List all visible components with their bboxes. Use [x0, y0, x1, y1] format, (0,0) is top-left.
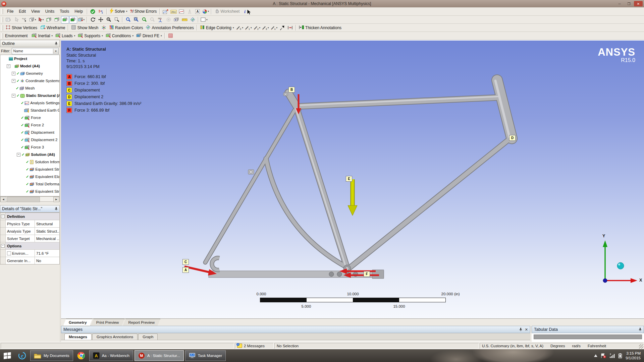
edge-direction-0-icon[interactable]: 0▾ [235, 24, 244, 32]
chevron-down-icon[interactable]: ▾ [208, 10, 209, 13]
chevron-down-icon[interactable]: ▾ [268, 26, 269, 29]
action-center-flag-icon[interactable] [601, 353, 606, 358]
pin-icon[interactable] [639, 327, 642, 331]
edge-coloring-button[interactable]: Edge Coloring▾ [199, 24, 235, 32]
window-titlebar[interactable]: M A : Static Structural - Mechanical [AN… [0, 0, 644, 7]
tree-item-force-2[interactable]: ✓Force 2 [0, 121, 59, 129]
commands-icon[interactable] [166, 32, 174, 40]
tree-item-equivalent-stress[interactable]: ✓Equivalent Stress [0, 166, 59, 173]
tab-geometry[interactable]: Geometry [63, 319, 93, 326]
detail-value[interactable]: No [35, 257, 59, 264]
select-mode-icon[interactable]: ▾ [29, 16, 37, 23]
random-colors-button[interactable]: Random Colors [108, 24, 144, 32]
new-chart-icon[interactable] [161, 8, 169, 15]
tree-item-mesh[interactable]: ✓Mesh [0, 84, 59, 92]
start-button[interactable] [0, 349, 15, 362]
zoom-window-icon[interactable] [132, 16, 140, 23]
tree-item-equivalent-elastic-strain[interactable]: ✓Equivalent Elastic Strain [0, 173, 59, 180]
collapse-icon[interactable]: − [7, 64, 10, 68]
pin-icon[interactable] [55, 207, 58, 211]
chevron-down-icon[interactable]: ▾ [161, 35, 162, 37]
taskbar-button-aa-workbench[interactable]: AAa - Workbench [89, 350, 133, 361]
face-select-icon[interactable] [61, 16, 69, 23]
chrome-icon[interactable] [74, 349, 89, 362]
menu-tools[interactable]: Tools [57, 8, 72, 15]
chevron-down-icon[interactable]: ▾ [102, 35, 103, 37]
tree-item-model-a4[interactable]: −Model (A4) [0, 62, 59, 70]
tree-item-total-deformation[interactable]: ✓Total Deformation [0, 180, 59, 188]
menu-file[interactable]: File [4, 8, 16, 15]
worksheet-button[interactable]: Worksheet [213, 8, 241, 15]
previous-view-icon[interactable] [140, 16, 148, 23]
toolbar-grip[interactable] [1, 33, 3, 39]
rotate-icon[interactable] [89, 16, 97, 23]
taskbar-button-a-static-structur[interactable]: MA : Static Structur... [135, 350, 184, 361]
edge-direction-3-icon[interactable]: 3▾ [261, 24, 270, 32]
chevron-down-icon[interactable]: ▾ [242, 26, 243, 29]
chevron-down-icon[interactable]: ▾ [51, 35, 53, 37]
inertial-button[interactable]: Inertial▾ [30, 32, 54, 40]
chevron-down-icon[interactable]: ▾ [276, 26, 278, 29]
edge-direction-1-icon[interactable]: 1▾ [244, 24, 253, 32]
lasso-select-icon[interactable]: ▾ [37, 16, 45, 23]
expand-icon[interactable]: + [12, 79, 15, 83]
pin-icon[interactable] [519, 327, 522, 331]
chevron-down-icon[interactable]: ▼ [53, 49, 58, 54]
vertex-select-icon[interactable] [45, 16, 53, 23]
tree-item-standard-earth-gravity[interactable]: Standard Earth Gravity [0, 107, 59, 114]
edge-select-icon[interactable] [53, 16, 61, 23]
expand-icon[interactable]: + [12, 72, 15, 75]
annotation-preferences-button[interactable]: Annotation Preferences [144, 24, 195, 32]
annotation-abc-icon[interactable]: Abc [169, 8, 177, 15]
status-messages[interactable]: 2 Messages [235, 343, 274, 349]
remote-solve-icon[interactable] [97, 8, 105, 15]
loads-button[interactable]: Loads▾ [54, 32, 76, 40]
chevron-down-icon[interactable]: ▾ [132, 35, 133, 37]
tab-messages[interactable]: Messages [64, 334, 92, 340]
show-mesh-button[interactable]: Show Mesh [70, 24, 100, 32]
toolbar-grip[interactable] [1, 17, 3, 22]
chevron-down-icon[interactable]: ▾ [84, 18, 85, 21]
taskbar-clock[interactable]: 3:15 PM 9/1/2015 [626, 351, 641, 360]
detail-value[interactable]: Structural [35, 220, 59, 227]
box-zoom-icon[interactable] [113, 16, 121, 23]
tree-item-force[interactable]: ✓Force [0, 114, 59, 121]
taskbar-button-task-manager[interactable]: Task Manager [185, 350, 226, 361]
solve-status-icon[interactable] [89, 8, 97, 15]
chevron-down-icon[interactable]: ▾ [259, 26, 261, 29]
chevron-down-icon[interactable]: ▾ [35, 18, 36, 21]
chevron-down-icon[interactable]: ▾ [251, 26, 252, 29]
pin-icon[interactable] [55, 42, 58, 46]
viewports-icon[interactable]: ▾ [200, 16, 208, 23]
tree-item-displacement[interactable]: ✓Displacement [0, 129, 59, 136]
coordinates-pointer-icon[interactable]: x,y,z [20, 16, 29, 23]
detail-value[interactable]: 71.6 °F [35, 250, 59, 257]
menu-help[interactable]: Help [72, 8, 86, 15]
tray-expand-icon[interactable] [594, 354, 597, 357]
collapse-icon[interactable]: − [1, 244, 5, 248]
tree-item-geometry[interactable]: +✓Geometry [0, 70, 59, 77]
chevron-down-icon[interactable]: ▾ [206, 18, 208, 21]
extend-selection-icon[interactable]: ▾ [77, 16, 86, 23]
menu-units[interactable]: Units [43, 8, 57, 15]
edge-direction-2-icon[interactable]: 2▾ [253, 24, 261, 32]
tree-item-equivalent-stress-2[interactable]: ✓Equivalent Stress 2 [0, 188, 59, 195]
taskbar-button-my-documents[interactable]: My Documents [30, 350, 73, 361]
chevron-down-icon[interactable]: ▾ [126, 10, 127, 13]
close-icon[interactable]: ✕ [525, 327, 528, 332]
tree-item-displacement-2[interactable]: ✓Displacement 2 [0, 136, 59, 143]
chevron-down-icon[interactable]: ▾ [43, 18, 44, 21]
explode-view-icon[interactable] [278, 24, 286, 32]
chevron-down-icon[interactable]: ▾ [74, 35, 75, 37]
thicken-annotations-button[interactable]: Thicken Annotations [298, 24, 343, 32]
supports-button[interactable]: Supports▾ [76, 32, 104, 40]
manage-views-icon[interactable] [172, 16, 180, 23]
detail-value[interactable]: Static Struct... [35, 228, 59, 235]
outline-hscrollbar[interactable]: ◀ ▶ [0, 196, 60, 202]
ruler-icon[interactable] [180, 16, 189, 23]
triad[interactable] [603, 240, 637, 283]
tab-graph[interactable]: Graph [138, 334, 158, 340]
battery-icon[interactable] [618, 353, 622, 358]
tree-item-coordinate-systems[interactable]: +✓Coordinate Systems [0, 77, 59, 84]
pan-icon[interactable] [97, 16, 105, 23]
